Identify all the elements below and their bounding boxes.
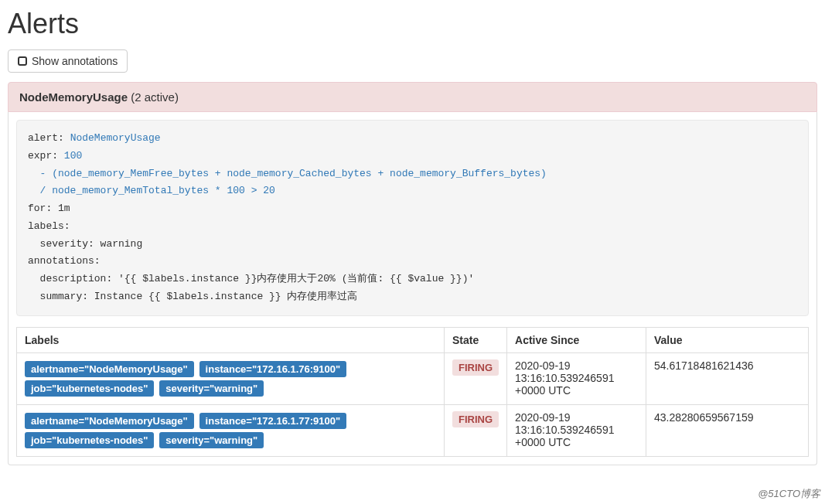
yaml-line: labels: xyxy=(28,220,70,232)
alerts-table: Labels State Active Since Value alertnam… xyxy=(16,327,809,457)
cell-active-since: 2020-09-19 13:16:10.539246591 +0000 UTC xyxy=(507,404,646,456)
cell-state: FIRING xyxy=(444,404,506,456)
yaml-line: for: 1m xyxy=(28,203,70,214)
label-badge[interactable]: severity="warning" xyxy=(159,380,264,397)
state-badge: FIRING xyxy=(452,411,499,427)
label-badge[interactable]: job="kubernetes-nodes" xyxy=(25,432,154,448)
label-badge[interactable]: alertname="NodeMemoryUsage" xyxy=(25,361,194,377)
th-active-since: Active Since xyxy=(507,327,646,352)
cell-state: FIRING xyxy=(444,352,506,404)
alert-rule-yaml: alert: NodeMemoryUsage expr: 100 - (node… xyxy=(16,120,809,316)
th-labels: Labels xyxy=(17,327,445,352)
checkbox-unchecked-icon xyxy=(18,56,27,66)
yaml-key: alert: xyxy=(28,132,64,144)
cell-labels: alertname="NodeMemoryUsage" instance="17… xyxy=(17,352,445,404)
alert-group-name: NodeMemoryUsage xyxy=(19,90,128,104)
cell-active-since: 2020-09-19 13:16:10.539246591 +0000 UTC xyxy=(507,352,646,404)
cell-labels: alertname="NodeMemoryUsage" instance="17… xyxy=(17,404,445,456)
table-header-row: Labels State Active Since Value xyxy=(17,327,809,352)
yaml-line: summary: Instance {{ $labels.instance }}… xyxy=(28,291,357,302)
label-badge[interactable]: instance="172.16.1.77:9100" xyxy=(199,413,347,429)
page-title: Alerts xyxy=(8,8,817,40)
table-row: alertname="NodeMemoryUsage" instance="17… xyxy=(17,404,809,456)
state-badge: FIRING xyxy=(452,359,499,376)
show-annotations-button[interactable]: Show annotations xyxy=(8,49,128,73)
label-badge[interactable]: job="kubernetes-nodes" xyxy=(25,380,154,397)
yaml-expr-line[interactable]: / node_memory_MemTotal_bytes * 100 > 20 xyxy=(28,185,275,196)
yaml-expr-line[interactable]: - (node_memory_MemFree_bytes + node_memo… xyxy=(28,168,547,179)
cell-value: 43.28280659567159 xyxy=(646,404,809,456)
cell-value: 54.61718481621436 xyxy=(646,352,809,404)
alert-group-active-count: (2 active) xyxy=(131,90,179,104)
alert-group-header[interactable]: NodeMemoryUsage (2 active) xyxy=(8,82,817,112)
th-value: Value xyxy=(646,327,809,352)
th-state: State xyxy=(444,327,506,352)
yaml-line: annotations: xyxy=(28,255,101,267)
alert-group-body: alert: NodeMemoryUsage expr: 100 - (node… xyxy=(8,112,817,465)
yaml-line: severity: warning xyxy=(28,238,142,250)
yaml-expr-value[interactable]: 100 xyxy=(64,150,82,162)
show-annotations-label: Show annotations xyxy=(32,55,118,67)
label-badge[interactable]: alertname="NodeMemoryUsage" xyxy=(25,413,194,429)
label-badge[interactable]: severity="warning" xyxy=(159,432,264,448)
yaml-alert-name[interactable]: NodeMemoryUsage xyxy=(70,132,161,144)
yaml-line: description: '{{ $labels.instance }}内存使用… xyxy=(28,273,474,284)
yaml-key: expr: xyxy=(28,150,58,162)
table-row: alertname="NodeMemoryUsage" instance="17… xyxy=(17,352,809,404)
label-badge[interactable]: instance="172.16.1.76:9100" xyxy=(199,361,347,377)
